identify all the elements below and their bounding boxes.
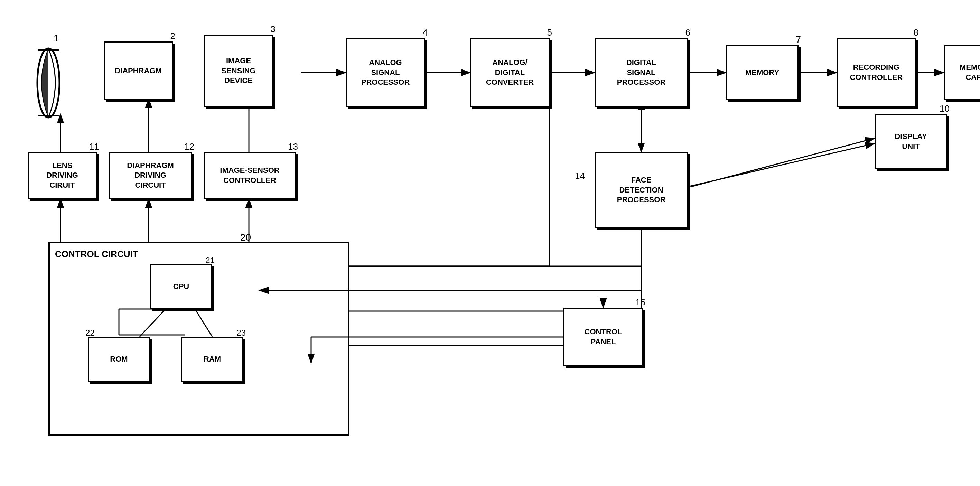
diaphragm-driving-num: 12 (184, 141, 194, 153)
ram-num: 23 (237, 327, 246, 338)
svg-line-42 (688, 143, 875, 187)
control-circuit-label: CONTROL CIRCUIT (55, 249, 138, 260)
cpu-block: CPU 21 (150, 264, 212, 309)
lens-svg (33, 45, 64, 121)
diagram: 1 DIAPHRAGM 2 IMAGE SENSING DEVICE 3 ANA… (0, 0, 980, 486)
image-sensor-ctrl-num: 13 (288, 141, 298, 153)
cpu-num: 21 (205, 255, 215, 265)
diaphragm-driving-label: DIAPHRAGM DRIVING CIRCUIT (127, 161, 174, 191)
ram-block: RAM 23 (181, 337, 243, 381)
face-detect-label: FACE DETECTION PROCESSOR (617, 175, 666, 205)
analog-digital-num: 5 (547, 27, 552, 39)
digital-signal-label: DIGITAL SIGNAL PROCESSOR (617, 58, 666, 87)
memory-num: 7 (796, 34, 801, 46)
memory-label: MEMORY (745, 68, 779, 78)
cpu-label: CPU (173, 282, 189, 292)
rom-label: ROM (110, 354, 127, 364)
lens-driving-num: 11 (89, 141, 99, 153)
lens-num: 1 (54, 33, 59, 44)
control-panel-label: CONTROL PANEL (585, 327, 622, 347)
rom-num: 22 (85, 327, 95, 338)
rom-block: ROM 22 (88, 337, 150, 381)
control-circuit-num: 20 (240, 231, 251, 244)
control-circuit-block: CONTROL CIRCUIT 20 CPU 21 ROM 22 RAM 23 (48, 242, 349, 435)
analog-signal-num: 4 (423, 27, 428, 39)
display-unit-label: DISPLAY UNIT (895, 132, 927, 151)
control-panel-num: 15 (635, 297, 645, 308)
analog-digital-block: ANALOG/ DIGITAL CONVERTER 5 (470, 38, 550, 107)
diaphragm-driving-block: DIAPHRAGM DRIVING CIRCUIT 12 (109, 152, 192, 199)
face-detect-num: 14 (575, 170, 585, 182)
face-detect-block: FACE DETECTION PROCESSOR 14 (595, 152, 688, 228)
recording-ctrl-label: RECORDING CONTROLLER (850, 63, 903, 82)
recording-ctrl-num: 8 (914, 27, 918, 39)
image-sensing-block: IMAGE SENSING DEVICE 3 (204, 35, 273, 107)
ram-label: RAM (204, 354, 221, 364)
recording-ctrl-block: RECORDING CONTROLLER 8 (837, 38, 916, 107)
diaphragm-label: DIAPHRAGM (115, 66, 162, 76)
image-sensor-ctrl-label: IMAGE-SENSOR CONTROLLER (220, 165, 279, 185)
svg-line-14 (691, 138, 875, 187)
digital-signal-block: DIGITAL SIGNAL PROCESSOR 6 (595, 38, 688, 107)
lens-shape: 1 (33, 45, 64, 122)
control-panel-block: CONTROL PANEL 15 (563, 308, 643, 366)
analog-signal-block: ANALOG SIGNAL PROCESSOR 4 (346, 38, 425, 107)
memory-block: MEMORY 7 (726, 45, 799, 100)
analog-digital-label: ANALOG/ DIGITAL CONVERTER (486, 58, 534, 87)
memory-card-label: MEMORY CARD (959, 63, 980, 82)
lens-driving-label: LENS DRIVING CIRUIT (46, 161, 78, 191)
image-sensing-num: 3 (270, 24, 275, 35)
diaphragm-block: DIAPHRAGM 2 (104, 41, 173, 100)
analog-signal-label: ANALOG SIGNAL PROCESSOR (361, 58, 410, 87)
digital-signal-num: 6 (686, 27, 690, 39)
display-unit-block: DISPLAY UNIT 10 (875, 114, 947, 169)
diaphragm-num: 2 (170, 30, 175, 42)
lens-driving-block: LENS DRIVING CIRUIT 11 (28, 152, 97, 199)
svg-line-31 (140, 309, 165, 337)
display-unit-num: 10 (940, 103, 950, 115)
image-sensor-ctrl-block: IMAGE-SENSOR CONTROLLER 13 (204, 152, 296, 199)
image-sensing-label: IMAGE SENSING DEVICE (221, 56, 255, 86)
memory-card-block: MEMORY CARD 9 (944, 45, 980, 100)
svg-line-32 (195, 309, 212, 337)
